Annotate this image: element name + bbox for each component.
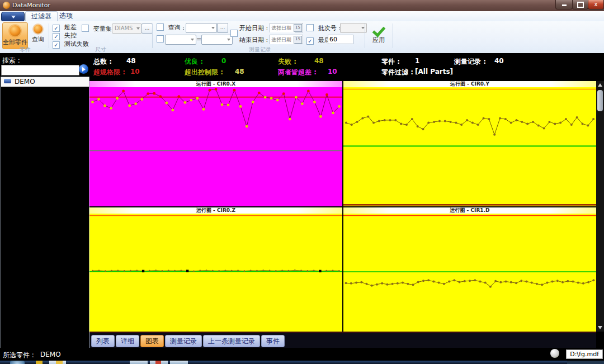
database-file-label: D:\fg.mdf	[566, 349, 603, 359]
window-title: DataMonitor	[12, 2, 50, 9]
checkbox-icon	[53, 41, 60, 49]
taskbar-app-button[interactable]	[170, 361, 188, 364]
good-value: 0	[221, 57, 226, 65]
records-group-label: 测量记录	[235, 46, 285, 54]
query-dropdown[interactable]	[186, 23, 217, 33]
checkbox-variable-set[interactable]: 变量集 :	[82, 25, 116, 33]
part-list: DEMO	[1, 77, 89, 351]
taskbar-clock-area[interactable]	[567, 361, 604, 364]
query-icon	[34, 25, 43, 34]
query-more-button[interactable]: ...	[217, 23, 228, 33]
minimize-button[interactable]	[555, 0, 573, 10]
app-window: DataMonitor x 过滤器 选项 全部零件 查询 零件 超差 失控	[0, 0, 604, 364]
selected-part-label: 所选零件 :	[3, 351, 34, 360]
total-value: 48	[126, 57, 136, 65]
tab-events[interactable]: 事件	[261, 335, 285, 347]
taskbar-app-icon[interactable]	[155, 361, 161, 364]
checkbox-last[interactable]: 最后	[306, 36, 331, 45]
checkbox-out-of-control[interactable]: 失控	[53, 31, 77, 40]
list-item-part[interactable]: DEMO	[1, 77, 89, 87]
tab-previous-record[interactable]: 上一条测量记录	[203, 335, 260, 347]
last-count-field[interactable]	[328, 35, 353, 44]
calendar-icon[interactable]: 15	[294, 24, 302, 32]
part-label: 零件 :	[381, 57, 400, 67]
start-orb-icon[interactable]	[10, 361, 25, 364]
checkbox-icon	[157, 23, 164, 31]
chevron-down-icon	[136, 27, 140, 30]
batch-dropdown[interactable]	[340, 23, 367, 33]
start-date-field[interactable]: 15	[270, 23, 303, 32]
stats-band: 总数 : 48 超规格限 : 10 优良 : 0 超出控制限 : 48 失败 :…	[0, 53, 604, 81]
start-date-label: 开始日期 :	[239, 24, 268, 32]
maximize-button[interactable]	[572, 0, 588, 10]
application-menu-button[interactable]	[1, 12, 25, 22]
records-label: 测量记录 :	[454, 57, 486, 67]
view-tab-bar: 列表 详细 图表 测量记录 上一条测量记录 事件	[89, 332, 596, 349]
taskbar[interactable]	[0, 361, 604, 364]
oos-value: 10	[130, 68, 140, 75]
ribbon-tab-row: 过滤器 选项	[0, 11, 604, 21]
chevron-down-icon	[191, 39, 194, 41]
tab-detail[interactable]: 详细	[116, 335, 139, 347]
search-label: 搜索 :	[2, 56, 20, 65]
tab-chart[interactable]: 图表	[140, 335, 164, 347]
run-chart-cir0y[interactable]: 运行图 - CIR0.Y	[343, 81, 596, 206]
tab-measurement-records[interactable]: 测量记录	[165, 335, 202, 347]
records-value: 40	[494, 57, 504, 65]
chart-title: 运行图 - CIR0.X	[89, 81, 342, 87]
run-chart-cir0z[interactable]: 运行图 - CIR0.Z	[89, 207, 342, 332]
condition-value-dropdown[interactable]	[201, 35, 233, 45]
ribbon: 全部零件 查询 零件 超差 失控 测试失败 变量集 : DIAMS ... 尺寸	[0, 21, 604, 54]
folder-icon[interactable]	[56, 361, 63, 364]
condition-field-dropdown[interactable]	[165, 35, 196, 45]
checkbox-icon	[157, 35, 164, 42]
go-arrow-icon[interactable]	[79, 64, 88, 74]
fail-value: 48	[314, 57, 324, 65]
all-parts-icon	[10, 25, 21, 36]
dimension-group-label: 尺寸	[76, 46, 126, 54]
checkbox-query[interactable]: 查询 :	[157, 23, 185, 32]
chart-title: 运行图 - CIR0.Z	[89, 207, 342, 214]
close-button[interactable]: x	[588, 0, 604, 10]
vertical-scrollbar[interactable]	[596, 81, 604, 332]
part-filter-value: [All Parts]	[415, 68, 453, 75]
checkbox-icon	[306, 24, 314, 31]
total-label: 总数 :	[93, 57, 112, 67]
taskbar-app-button[interactable]	[130, 361, 148, 364]
chevron-down-icon	[227, 39, 230, 41]
checkbox-date-range[interactable]	[230, 30, 238, 37]
oos-label: 超规格限 :	[93, 68, 125, 77]
apply-button[interactable]: 应用	[367, 22, 390, 50]
run-chart-cir1d[interactable]: 运行图 - CIR1.D	[343, 207, 596, 332]
variable-set-more-button[interactable]: ...	[141, 23, 153, 34]
scroll-up-icon[interactable]	[598, 83, 602, 87]
checkbox-icon	[306, 37, 314, 45]
app-icon	[3, 2, 10, 9]
chevron-down-icon	[211, 27, 215, 29]
scrollbar-thumb[interactable]	[597, 90, 603, 111]
variable-set-dropdown[interactable]: DIAMS	[112, 23, 142, 34]
checkbox-icon	[82, 25, 89, 32]
tab-list[interactable]: 列表	[91, 335, 115, 347]
part-value: 1	[415, 57, 419, 65]
status-bar: 所选零件 : DEMO D:\fg.mdf	[0, 348, 604, 361]
run-chart-cir0x[interactable]: 运行图 - CIR0.X	[89, 81, 342, 206]
all-parts-button[interactable]: 全部零件	[2, 22, 28, 49]
chevron-down-icon	[11, 16, 16, 18]
tab-filter[interactable]: 过滤器	[25, 11, 58, 21]
ooc-label: 超出控制限 :	[185, 68, 223, 77]
query-button[interactable]: 查询	[29, 22, 47, 48]
taskbar-app-icon[interactable]	[36, 361, 43, 364]
ooc-value: 48	[235, 68, 244, 75]
tab-options[interactable]: 选项	[54, 11, 78, 21]
end-date-field[interactable]: 15	[270, 35, 303, 44]
calendar-icon[interactable]: 15	[294, 36, 302, 44]
selected-part-value: DEMO	[40, 351, 61, 358]
checkbox-condition[interactable]	[157, 35, 164, 43]
scroll-down-icon[interactable]	[598, 326, 602, 329]
sphere-icon	[550, 349, 559, 358]
checkbox-batch[interactable]: 批次号 :	[306, 24, 341, 32]
checkbox-out-of-tolerance[interactable]: 超差	[53, 23, 77, 32]
chart-title: 运行图 - CIR0.Y	[343, 81, 596, 87]
search-input[interactable]	[1, 65, 79, 75]
